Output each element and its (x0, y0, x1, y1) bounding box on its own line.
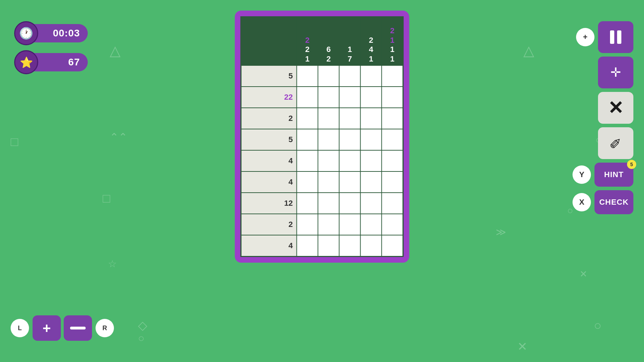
pencil-icon: ✏ (605, 133, 626, 153)
r-button[interactable]: R (96, 319, 114, 337)
cell-7-0[interactable] (297, 214, 318, 235)
cell-0-0[interactable] (297, 66, 318, 86)
top-ctrl-row[interactable]: + (576, 21, 633, 53)
cell-8-3[interactable] (361, 235, 381, 256)
cell-8-2[interactable] (340, 235, 360, 256)
cell-5-4[interactable] (382, 172, 403, 192)
col-header-0: 221 (297, 17, 318, 65)
timer-value: 00:03 (53, 28, 80, 39)
cell-4-0[interactable] (297, 151, 318, 171)
row-header-7: 2 (242, 214, 297, 235)
pause-icon (610, 30, 621, 44)
x-gamepad-button[interactable]: X (573, 193, 591, 211)
cell-0-1[interactable] (318, 66, 339, 86)
cell-0-2[interactable] (340, 66, 360, 86)
hint-button[interactable]: 5 HINT (594, 163, 633, 187)
cell-2-0[interactable] (297, 108, 318, 129)
cell-4-1[interactable] (318, 151, 339, 171)
check-ctrl-row[interactable]: X CHECK (573, 190, 633, 214)
cell-0-3[interactable] (361, 66, 381, 86)
cell-2-1[interactable] (318, 108, 339, 129)
row-header-3: 5 (242, 129, 297, 150)
check-label: CHECK (599, 198, 628, 207)
cell-5-2[interactable] (340, 172, 360, 192)
row-header-2: 2 (242, 108, 297, 129)
cell-6-3[interactable] (361, 193, 381, 214)
hint-ctrl-row[interactable]: Y 5 HINT (573, 163, 633, 187)
cell-3-2[interactable] (340, 129, 360, 150)
dpad-minus-button[interactable] (64, 315, 92, 341)
star-icon: ⭐ (20, 56, 33, 69)
cell-7-2[interactable] (340, 214, 360, 235)
cell-7-4[interactable] (382, 214, 403, 235)
cell-7-1[interactable] (318, 214, 339, 235)
cell-3-0[interactable] (297, 129, 318, 150)
cell-5-1[interactable] (318, 172, 339, 192)
timer-icon-bg: 🕐 (14, 21, 38, 45)
cell-8-1[interactable] (318, 235, 339, 256)
l-button[interactable]: L (11, 319, 29, 337)
check-button[interactable]: CHECK (594, 190, 633, 214)
row-header-6: 12 (242, 193, 297, 214)
hint-label: HINT (604, 170, 623, 179)
dpad-plus-button[interactable]: + (33, 315, 61, 341)
row-header-4: 4 (242, 151, 297, 171)
cell-4-2[interactable] (340, 151, 360, 171)
cell-5-0[interactable] (297, 172, 318, 192)
row-header-5: 4 (242, 172, 297, 192)
cell-1-1[interactable] (318, 87, 339, 107)
cell-8-0[interactable] (297, 235, 318, 256)
cell-3-3[interactable] (361, 129, 381, 150)
cell-6-4[interactable] (382, 193, 403, 214)
move-icon: ✛ (610, 65, 621, 80)
cell-3-4[interactable] (382, 129, 403, 150)
row-header-1: 22 (242, 87, 297, 107)
cell-1-4[interactable] (382, 87, 403, 107)
hud-top-left: 🕐 00:03 ⭐ 67 (14, 21, 88, 74)
grid-corner (242, 17, 297, 65)
right-controls[interactable]: + ✛ ✕ ✏ Y 5 HINT X (573, 21, 633, 214)
move-button[interactable]: ✛ (598, 57, 633, 88)
clock-icon: 🕐 (19, 27, 33, 40)
xmark-ctrl-row[interactable]: ✕ (598, 92, 633, 124)
cell-2-4[interactable] (382, 108, 403, 129)
col-header-4: 2111 (382, 17, 403, 65)
cell-6-2[interactable] (340, 193, 360, 214)
hint-count: 5 (627, 160, 636, 169)
cell-1-3[interactable] (361, 87, 381, 107)
move-ctrl-row[interactable]: ✛ (598, 57, 633, 88)
puzzle-wrapper: 2216217241211152225441224 (235, 11, 409, 263)
cell-3-1[interactable] (318, 129, 339, 150)
cell-1-2[interactable] (340, 87, 360, 107)
cell-8-4[interactable] (382, 235, 403, 256)
cell-2-3[interactable] (361, 108, 381, 129)
bottom-left-controls[interactable]: L + R (11, 315, 114, 341)
pencil-ctrl-row[interactable]: ✏ (598, 127, 633, 159)
xmark-icon: ✕ (608, 99, 623, 117)
plus-circle-button[interactable]: + (576, 28, 594, 46)
col-header-2: 17 (340, 17, 360, 65)
cell-7-3[interactable] (361, 214, 381, 235)
row-header-8: 4 (242, 235, 297, 256)
cell-6-0[interactable] (297, 193, 318, 214)
cell-4-4[interactable] (382, 151, 403, 171)
score-body: 67 (31, 53, 88, 71)
cell-1-0[interactable] (297, 87, 318, 107)
puzzle-grid[interactable]: 2216217241211152225441224 (241, 16, 404, 257)
col-header-3: 241 (361, 17, 381, 65)
cell-4-3[interactable] (361, 151, 381, 171)
cell-6-1[interactable] (318, 193, 339, 214)
minus-icon (70, 327, 86, 329)
y-button[interactable]: Y (573, 165, 591, 184)
cell-0-4[interactable] (382, 66, 403, 86)
cell-2-2[interactable] (340, 108, 360, 129)
row-header-0: 5 (242, 66, 297, 86)
dpad-group[interactable]: + (33, 315, 92, 341)
score-icon-bg: ⭐ (14, 50, 38, 74)
score-badge: ⭐ 67 (14, 50, 88, 74)
pause-button[interactable] (598, 21, 633, 53)
xmark-button[interactable]: ✕ (598, 92, 633, 124)
cell-5-3[interactable] (361, 172, 381, 192)
score-value: 67 (68, 57, 80, 68)
pencil-button[interactable]: ✏ (598, 127, 633, 159)
